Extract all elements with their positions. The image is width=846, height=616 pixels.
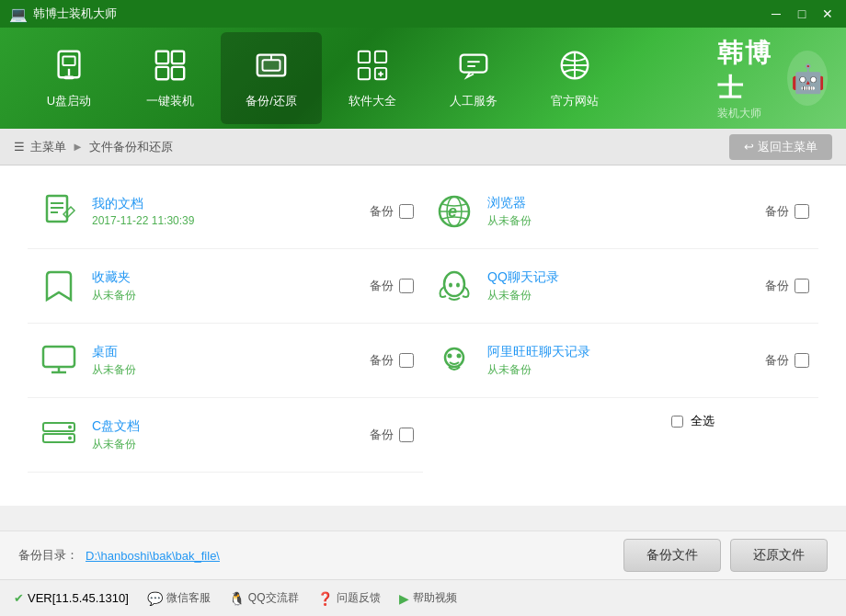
path-label: 备份目录： (18, 547, 78, 564)
svg-rect-13 (359, 51, 370, 62)
left-column: 我的文档 2017-11-22 11:30:39 备份 收藏夹 从未备份 (28, 175, 423, 473)
version-badge: ✔ VER[11.5.45.1310] (14, 591, 129, 605)
backup-label-qq: 备份 (765, 278, 789, 294)
backup-checkbox-cdrive[interactable] (399, 428, 414, 442)
status-help[interactable]: ▶ 帮助视频 (399, 590, 457, 606)
breadcrumb: ☰ 主菜单 ► 文件备份和还原 (14, 139, 173, 155)
desktop-icon (37, 338, 81, 382)
select-all-checkbox[interactable] (671, 416, 683, 428)
breadcrumb-current: 文件备份和还原 (89, 139, 173, 155)
svg-rect-4 (156, 51, 168, 63)
item-status-favorites: 从未备份 (92, 288, 359, 303)
minimize-button[interactable]: ─ (767, 6, 785, 21)
website-icon (557, 48, 592, 87)
restore-file-button[interactable]: 还原文件 (730, 539, 828, 572)
breadcrumb-separator: ► (72, 140, 84, 154)
svg-rect-14 (375, 51, 386, 62)
back-label: 返回主菜单 (758, 139, 817, 155)
backup-label-cdrive: 备份 (370, 427, 394, 443)
qq-status-label: QQ交流群 (248, 590, 299, 606)
svg-point-40 (456, 283, 460, 288)
app-icon: 💻 (9, 6, 28, 23)
nav-label-onekey: 一键装机 (146, 93, 194, 109)
qq-status-icon: 🐧 (229, 591, 245, 606)
item-backup-docs: 备份 (370, 203, 414, 220)
item-info-cdrive: C盘文档 从未备份 (92, 418, 359, 452)
item-info-browser: 浏览器 从未备份 (487, 195, 754, 229)
backup-checkbox-qq[interactable] (795, 279, 809, 293)
item-backup-cdrive: 备份 (370, 427, 414, 443)
item-status-qq: 从未备份 (487, 288, 754, 303)
item-name-cdrive[interactable]: C盘文档 (92, 418, 359, 435)
svg-rect-7 (172, 66, 184, 78)
status-feedback[interactable]: ❓ 问题反馈 (317, 590, 381, 606)
brand-name: 韩博士 (717, 36, 778, 106)
qq-icon (432, 264, 476, 308)
nav-item-service[interactable]: 人工服务 (423, 32, 524, 124)
list-item: e 浏览器 从未备份 备份 (423, 175, 818, 249)
install-icon (153, 48, 188, 87)
list-item: C盘文档 从未备份 备份 (28, 398, 423, 473)
main-content: 我的文档 2017-11-22 11:30:39 备份 收藏夹 从未备份 (0, 165, 846, 506)
item-name-desktop[interactable]: 桌面 (92, 344, 359, 360)
nav-item-software[interactable]: 软件大全 (322, 32, 423, 124)
cdrive-icon (37, 413, 81, 457)
svg-point-43 (457, 354, 462, 359)
list-item: 桌面 从未备份 备份 (28, 324, 423, 398)
backup-checkbox-docs[interactable] (399, 204, 414, 219)
favorites-icon (37, 264, 81, 308)
header: U盘启动 一键装机 (0, 28, 846, 129)
backup-checkbox-desktop[interactable] (399, 353, 414, 368)
version-text: VER[11.5.45.1310] (28, 591, 129, 605)
brand-area: 韩博士 装机大师 🤖 (717, 37, 828, 120)
help-label: 帮助视频 (413, 590, 457, 606)
backup-checkbox-favorites[interactable] (399, 279, 414, 293)
item-name-favorites[interactable]: 收藏夹 (92, 269, 359, 286)
app-title: 韩博士装机大师 (33, 6, 117, 22)
svg-rect-3 (63, 75, 74, 79)
backup-label-desktop: 备份 (370, 352, 394, 369)
status-weixin[interactable]: 💬 微信客服 (147, 590, 211, 606)
right-column: e 浏览器 从未备份 备份 (423, 175, 818, 473)
close-button[interactable]: ✕ (818, 6, 837, 21)
backup-icon (254, 48, 289, 87)
path-value[interactable]: D:\hanboshi\bak\bak_file\ (86, 549, 220, 563)
select-all-row: 全选 (423, 398, 818, 444)
nav-item-onekey[interactable]: 一键装机 (120, 32, 221, 124)
nav-item-usb[interactable]: U盘启动 (18, 32, 120, 124)
browser-icon: e (432, 189, 476, 234)
item-status-browser: 从未备份 (487, 213, 754, 229)
help-icon: ▶ (399, 591, 409, 606)
item-backup-qq: 备份 (765, 278, 809, 294)
backup-label-wangwang: 备份 (765, 352, 789, 369)
nav-items: U盘启动 一键装机 (18, 32, 828, 124)
backup-file-button[interactable]: 备份文件 (623, 539, 721, 572)
item-info-docs: 我的文档 2017-11-22 11:30:39 (92, 196, 359, 227)
item-name-browser[interactable]: 浏览器 (487, 195, 754, 211)
status-qq[interactable]: 🐧 QQ交流群 (229, 590, 299, 606)
item-name-docs[interactable]: 我的文档 (92, 196, 359, 212)
svg-point-42 (448, 354, 452, 359)
svg-point-38 (444, 272, 464, 296)
nav-item-website[interactable]: 官方网站 (524, 32, 625, 124)
item-status-wangwang: 从未备份 (487, 362, 754, 378)
title-bar-controls: ─ □ ✕ (767, 6, 837, 21)
back-button[interactable]: ↩ 返回主菜单 (729, 134, 832, 160)
svg-point-33 (68, 437, 72, 440)
breadcrumb-home[interactable]: 主菜单 (30, 139, 66, 155)
title-bar-left: 💻 韩博士装机大师 (9, 6, 117, 23)
footer-actions: 备份目录： D:\hanboshi\bak\bak_file\ 备份文件 还原文… (0, 530, 846, 579)
nav-item-backup[interactable]: 备份/还原 (221, 32, 322, 124)
backup-checkbox-browser[interactable] (795, 204, 809, 219)
backup-checkbox-wangwang[interactable] (795, 353, 809, 368)
usb-icon (51, 48, 86, 87)
weixin-label: 微信客服 (166, 590, 211, 606)
maximize-button[interactable]: □ (793, 6, 811, 21)
weixin-icon: 💬 (147, 591, 163, 606)
item-name-wangwang[interactable]: 阿里旺旺聊天记录 (487, 344, 754, 360)
item-name-qq[interactable]: QQ聊天记录 (487, 269, 754, 286)
item-backup-desktop: 备份 (370, 352, 414, 369)
status-bar: ✔ VER[11.5.45.1310] 💬 微信客服 🐧 QQ交流群 ❓ 问题反… (0, 579, 846, 616)
footer-path-area: 备份目录： D:\hanboshi\bak\bak_file\ (18, 547, 220, 564)
svg-rect-19 (461, 54, 487, 72)
